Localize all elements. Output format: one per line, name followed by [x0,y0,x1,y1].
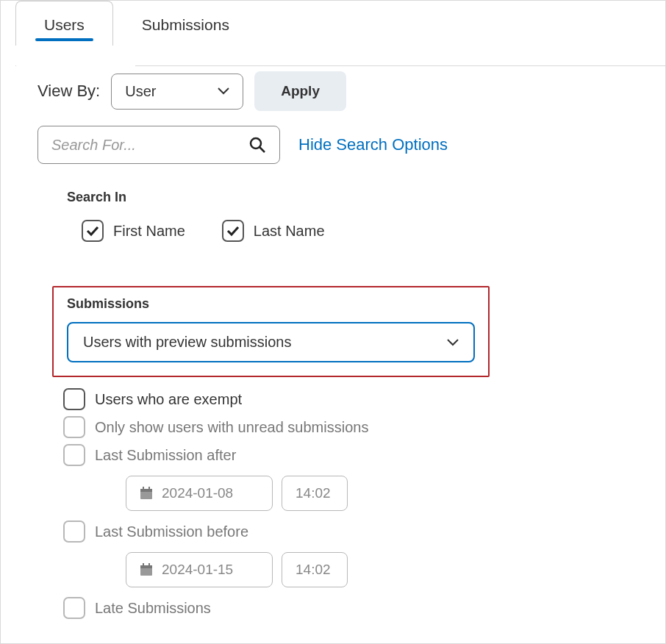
before-checkbox [63,520,85,543]
svg-line-1 [259,147,265,152]
exempt-filter: Users who are exempt [63,388,643,410]
unread-label: Only show users with unread submissions [95,419,368,436]
before-date-value: 2024-01-15 [162,562,233,578]
late-checkbox [63,597,85,619]
before-label: Last Submission before [95,523,248,540]
after-time-value: 14:02 [296,485,331,501]
viewby-value: User [125,83,156,100]
submissions-header: Submissions [67,296,475,312]
chevron-down-icon [218,87,229,95]
viewby-row: View By: User Apply [37,71,643,111]
after-date-row: 2024-01-08 14:02 [126,476,643,511]
last-name-checkbox-item: Last Name [222,220,325,242]
tab-submissions-label: Submissions [142,16,229,33]
apply-label: Apply [281,83,320,99]
svg-point-0 [251,138,261,149]
svg-rect-8 [143,563,144,567]
submissions-select[interactable]: Users with preview submissions [67,322,475,362]
last-name-label: Last Name [254,223,325,240]
hide-search-options-link[interactable]: Hide Search Options [298,135,448,154]
exempt-label: Users who are exempt [95,391,242,408]
search-icon[interactable] [248,136,266,154]
late-label: Late Submissions [95,600,211,617]
tab-users[interactable]: Users [15,1,113,46]
search-in-header: Search In [67,190,643,205]
before-filter: Last Submission before [63,520,643,543]
before-date-input[interactable]: 2024-01-15 [126,552,273,587]
before-date-row: 2024-01-15 14:02 [126,552,643,587]
tab-users-label: Users [44,16,85,33]
svg-rect-5 [148,487,150,490]
submissions-filter-box: Submissions Users with preview submissio… [52,286,490,377]
before-time-input[interactable]: 14:02 [282,552,348,587]
tab-submissions[interactable]: Submissions [113,1,258,46]
svg-rect-3 [140,489,152,492]
apply-button[interactable]: Apply [254,71,346,111]
svg-rect-7 [140,565,152,568]
submissions-select-value: Users with preview submissions [83,334,291,351]
filter-list: Users who are exempt Only show users wit… [63,388,643,619]
calendar-icon [140,487,153,500]
last-name-checkbox[interactable] [222,220,244,242]
first-name-checkbox-item: First Name [82,220,185,242]
after-checkbox [63,444,85,466]
after-filter: Last Submission after [63,444,643,466]
late-filter: Late Submissions [63,597,643,619]
search-input[interactable] [51,137,248,154]
viewby-select[interactable]: User [111,74,243,110]
after-label: Last Submission after [95,447,236,464]
first-name-label: First Name [113,223,185,240]
before-time-value: 14:02 [296,562,331,578]
check-icon [86,226,99,237]
search-row: Hide Search Options [37,126,643,164]
unread-filter: Only show users with unread submissions [63,416,643,438]
unread-checkbox [63,416,85,438]
svg-rect-4 [143,487,144,490]
after-time-input[interactable]: 14:02 [282,476,348,511]
after-date-value: 2024-01-08 [162,485,233,501]
check-icon [226,226,240,237]
viewby-label: View By: [37,82,100,101]
svg-rect-9 [148,563,150,567]
search-input-wrap [37,126,280,164]
chevron-down-icon [447,339,459,346]
calendar-icon [140,563,153,576]
first-name-checkbox[interactable] [82,220,104,242]
search-in-section: Search In First Name Last Name [67,190,643,242]
after-date-input[interactable]: 2024-01-08 [126,476,273,511]
tab-bar: Users Submissions [1,1,665,46]
exempt-checkbox[interactable] [63,388,85,410]
